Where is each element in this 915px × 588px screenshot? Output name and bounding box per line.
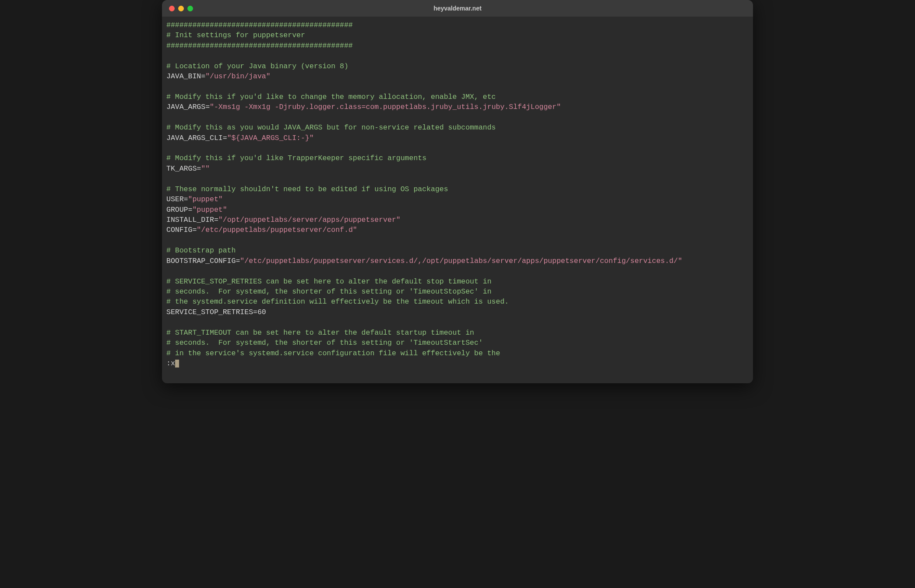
vim-command-line[interactable]: :x xyxy=(166,358,749,368)
editor-line xyxy=(166,112,749,122)
editor-line: ########################################… xyxy=(166,41,749,51)
editor-line: # Modify this as you would JAVA_ARGS but… xyxy=(166,122,749,133)
terminal-window: heyvaldemar.net ########################… xyxy=(162,0,753,383)
editor-line: INSTALL_DIR="/opt/puppetlabs/server/apps… xyxy=(166,215,749,225)
editor-line: GROUP="puppet" xyxy=(166,205,749,215)
editor-line: SERVICE_STOP_RETRIES=60 xyxy=(166,307,749,317)
window-controls xyxy=(162,6,193,11)
minimize-icon[interactable] xyxy=(178,6,184,11)
terminal-viewport[interactable]: ########################################… xyxy=(162,17,753,383)
editor-line xyxy=(166,143,749,153)
editor-line: # the systemd.service definition will ef… xyxy=(166,297,749,307)
editor-line xyxy=(166,266,749,276)
editor-line: JAVA_BIN="/usr/bin/java" xyxy=(166,71,749,81)
close-icon[interactable] xyxy=(169,6,175,11)
editor-line: # SERVICE_STOP_RETRIES can be set here t… xyxy=(166,276,749,287)
cursor-icon xyxy=(175,360,179,368)
editor-line: CONFIG="/etc/puppetlabs/puppetserver/con… xyxy=(166,225,749,235)
editor-line: # Init settings for puppetserver xyxy=(166,30,749,40)
editor-line: JAVA_ARGS_CLI="${JAVA_ARGS_CLI:-}" xyxy=(166,133,749,143)
editor-line: # Location of your Java binary (version … xyxy=(166,61,749,71)
editor-line: # seconds. For systemd, the shorter of t… xyxy=(166,287,749,297)
vim-command-text: :x xyxy=(166,358,175,368)
editor-line xyxy=(166,51,749,61)
zoom-icon[interactable] xyxy=(187,6,193,11)
editor-line xyxy=(166,235,749,245)
editor-line: # Modify this if you'd like TrapperKeepe… xyxy=(166,153,749,163)
editor-line: ########################################… xyxy=(166,20,749,30)
editor-line: # in the service's systemd.service confi… xyxy=(166,348,749,358)
title-bar: heyvaldemar.net xyxy=(162,0,753,17)
editor-line xyxy=(166,317,749,327)
window-title: heyvaldemar.net xyxy=(162,5,753,12)
editor-line xyxy=(166,174,749,184)
editor-line: # START_TIMEOUT can be set here to alter… xyxy=(166,328,749,338)
editor-line: BOOTSTRAP_CONFIG="/etc/puppetlabs/puppet… xyxy=(166,256,749,266)
editor-line: TK_ARGS="" xyxy=(166,164,749,174)
editor-line: # Modify this if you'd like to change th… xyxy=(166,92,749,102)
editor-line: USER="puppet" xyxy=(166,194,749,204)
editor-line: # seconds. For systemd, the shorter of t… xyxy=(166,338,749,348)
editor-line xyxy=(166,82,749,92)
editor-line: JAVA_ARGS="-Xms1g -Xmx1g -Djruby.logger.… xyxy=(166,102,749,112)
editor-line: # Bootstrap path xyxy=(166,245,749,256)
editor-line: # These normally shouldn't need to be ed… xyxy=(166,184,749,194)
